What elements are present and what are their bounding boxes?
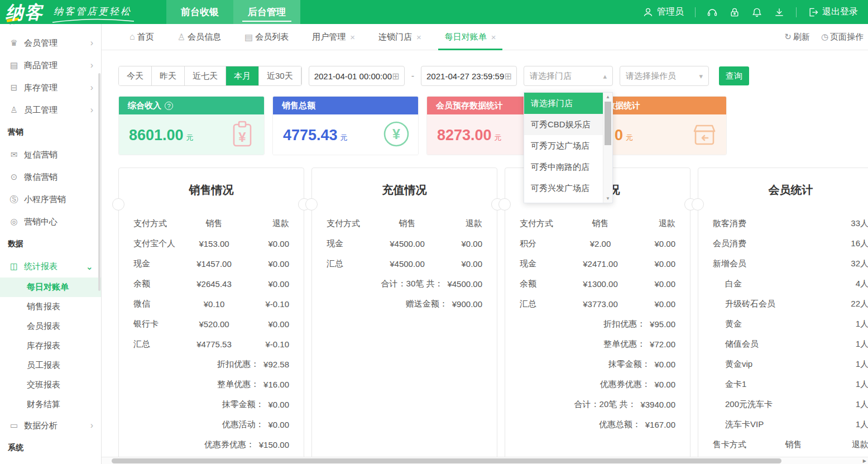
tab-home[interactable]: ⌂ 首页 <box>123 24 161 50</box>
filter-this-month[interactable]: 本月 <box>226 66 259 85</box>
table-header: 支付方式销售退款 <box>520 213 675 233</box>
headset-icon[interactable] <box>707 7 718 18</box>
scroll-down-icon[interactable]: ▼ <box>603 196 612 201</box>
sidebar-item-inventory-mgmt[interactable]: ⊟ 库存管理 › <box>0 76 101 99</box>
store-option-kexiu-cbd[interactable]: 可秀CBD娱乐店 <box>524 114 612 135</box>
date-from-input[interactable]: 2021-04-01 00:00:00 ⊞ <box>309 66 405 86</box>
summary-row: 赠送金额：¥900.00 <box>327 294 482 314</box>
store-option-placeholder[interactable]: 请选择门店 <box>524 93 612 114</box>
section-marketing: 营销 <box>0 121 101 143</box>
logout-button[interactable]: 退出登录 <box>808 6 858 18</box>
download-icon[interactable] <box>774 7 785 18</box>
store-option-kexiu-jiefang[interactable]: 可秀解放路店 <box>524 199 612 203</box>
tab-user-mgmt[interactable]: 用户管理 × <box>305 24 362 50</box>
app-logo: 纳客 纳客管店更轻松 <box>0 1 132 23</box>
sidebar-item-label: 数据分析 <box>24 420 90 431</box>
filter-last-7-days[interactable]: 近七天 <box>185 66 226 85</box>
sidebar-scrollbar-thumb[interactable] <box>98 73 100 291</box>
nav-tab-front-cashier[interactable]: 前台收银 <box>166 0 233 24</box>
sidebar-item-staff-mgmt[interactable]: ♙ 员工管理 › <box>0 99 101 121</box>
close-tab-icon[interactable]: × <box>350 32 355 42</box>
calendar-icon[interactable]: ⊞ <box>392 71 399 82</box>
chevron-icon: › <box>90 420 93 430</box>
summary-row: 优惠券优惠：¥150.00 <box>133 434 289 455</box>
close-tab-icon[interactable]: × <box>416 32 421 42</box>
horizontal-scrollbar[interactable]: ▶ <box>102 457 868 464</box>
lock-icon[interactable] <box>729 7 740 18</box>
filter-yesterday[interactable]: 昨天 <box>152 66 185 85</box>
member-icon: ♙ <box>178 32 185 42</box>
member-stat-row: 白金4人 <box>713 274 868 294</box>
tab-chain-stores[interactable]: 连锁门店 × <box>372 24 428 50</box>
filter-today[interactable]: 今天 <box>119 66 152 85</box>
miniprogram-icon: Ⓢ <box>8 194 20 205</box>
card-value: 8273.00 <box>437 127 492 144</box>
date-to-input[interactable]: 2021-04-27 23:59:59 ⊞ <box>421 66 517 86</box>
bell-icon[interactable] <box>751 7 763 18</box>
sidebar-item-member-mgmt[interactable]: ♛ 会员管理 › <box>0 32 101 54</box>
clipboard-yen-icon: ¥ <box>227 119 257 149</box>
logo-text: 纳客 <box>6 2 44 22</box>
table-row: 积分¥2.00¥0.00 <box>520 233 675 253</box>
wechat-icon: ⊙ <box>8 172 20 182</box>
store-option-kexiu-zhongnan[interactable]: 可秀中南路的店 <box>524 156 612 178</box>
sidebar-item-shift-report[interactable]: 交班报表 <box>0 375 101 395</box>
list-icon: ▤ <box>244 32 253 42</box>
chevron-icon: › <box>90 83 93 93</box>
member-stat-row: 会员消费16人 <box>713 233 868 253</box>
horizontal-scrollbar-thumb[interactable] <box>112 458 781 463</box>
sidebar-item-daily-statement[interactable]: 每日对账单 <box>0 278 101 297</box>
sidebar-item-sales-report[interactable]: 销售报表 <box>0 297 101 317</box>
logo-tagline: 纳客管店更轻松 <box>54 6 132 17</box>
recharge-panel: 充值情况 支付方式销售退款 现金¥4500.00¥0.00 汇总¥4500.00… <box>311 168 497 464</box>
sidebar-item-wechat-marketing[interactable]: ⊙ 微信营销 <box>0 166 101 188</box>
sidebar-item-product-mgmt[interactable]: ▤ 商品管理 › <box>0 54 101 76</box>
crown-icon: ♛ <box>8 38 20 48</box>
summary-row: 优惠券优惠：¥0.00 <box>520 374 675 394</box>
stat-card-total-sales: 销售总额 4775.43 元 ¥ <box>272 96 419 155</box>
current-user[interactable]: 管理员 <box>642 6 684 18</box>
table-header: 支付方式销售退款 <box>133 213 289 233</box>
operator-select[interactable]: 请选择操作员 ▾ <box>620 66 709 86</box>
sidebar-item-inventory-report[interactable]: 库存报表 <box>0 336 101 356</box>
store-option-kexiu-xingfa[interactable]: 可秀兴发广场店 <box>524 178 612 199</box>
store-option-kexiu-wanda[interactable]: 可秀万达广场店 <box>524 135 612 156</box>
sidebar-item-miniprogram-marketing[interactable]: Ⓢ 小程序营销 <box>0 188 101 211</box>
sidebar-item-finance-settlement[interactable]: 财务结算 <box>0 395 101 414</box>
help-icon[interactable]: ? <box>165 102 173 110</box>
panel-notch <box>692 198 704 211</box>
dropdown-scrollbar-thumb[interactable] <box>605 102 611 145</box>
sidebar-item-sms-marketing[interactable]: ✉ 短信营销 <box>0 143 101 166</box>
member-stat-row: 储值会员1人 <box>713 334 868 354</box>
close-tab-icon[interactable]: × <box>491 32 496 42</box>
store-select[interactable]: 请选择门店 ▴ 请选择门店 可秀CBD娱乐店 可秀万达广场店 可秀中南路的店 <box>524 66 613 86</box>
tab-label: 每日对账单 <box>445 32 487 42</box>
nav-tab-backend-mgmt[interactable]: 后台管理 <box>233 0 300 24</box>
summary-row: 整单优惠：¥16.00 <box>133 374 289 394</box>
section-system: 系统 <box>0 437 101 459</box>
scroll-right-icon[interactable]: ▶ <box>863 457 866 464</box>
dropdown-scrollbar[interactable]: ▲ ▼ <box>603 93 612 203</box>
tab-member-list[interactable]: ▤ 会员列表 <box>238 24 295 50</box>
member-stat-row: 黄金vip1人 <box>713 354 868 374</box>
refresh-button[interactable]: ↻ 刷新 <box>784 32 810 42</box>
sidebar-item-staff-report[interactable]: 员工报表 <box>0 356 101 375</box>
tab-member-info[interactable]: ♙ 会员信息 <box>171 24 228 50</box>
calendar-icon[interactable]: ⊞ <box>504 71 511 82</box>
tab-label: 用户管理 <box>312 32 346 42</box>
sidebar-item-marketing-center[interactable]: ◎ 营销中心 <box>0 211 101 233</box>
filter-last-30-days[interactable]: 近30天 <box>259 66 301 85</box>
page-operations-button[interactable]: ◷ 页面操作 <box>821 32 864 42</box>
staff-icon: ♙ <box>8 105 20 115</box>
scroll-up-icon[interactable]: ▲ <box>603 94 612 99</box>
sidebar-item-data-analysis[interactable]: ▭ 数据分析 › <box>0 414 101 437</box>
member-stat-row: 散客消费33人 <box>713 213 868 233</box>
logout-icon <box>808 7 819 18</box>
sidebar-item-member-report[interactable]: 会员报表 <box>0 317 101 336</box>
sidebar-item-statistics-reports[interactable]: ◫ 统计报表 ⌄ <box>0 255 101 278</box>
sidebar-item-label: 销售报表 <box>27 302 93 312</box>
search-button[interactable]: 查询 <box>719 66 749 85</box>
tab-daily-statement[interactable]: 每日对账单 × <box>438 24 503 50</box>
tab-label: 会员信息 <box>188 32 221 42</box>
panels-row: 销售情况 支付方式销售退款 支付宝个人¥153.00¥0.00 现金¥1457.… <box>118 168 868 464</box>
